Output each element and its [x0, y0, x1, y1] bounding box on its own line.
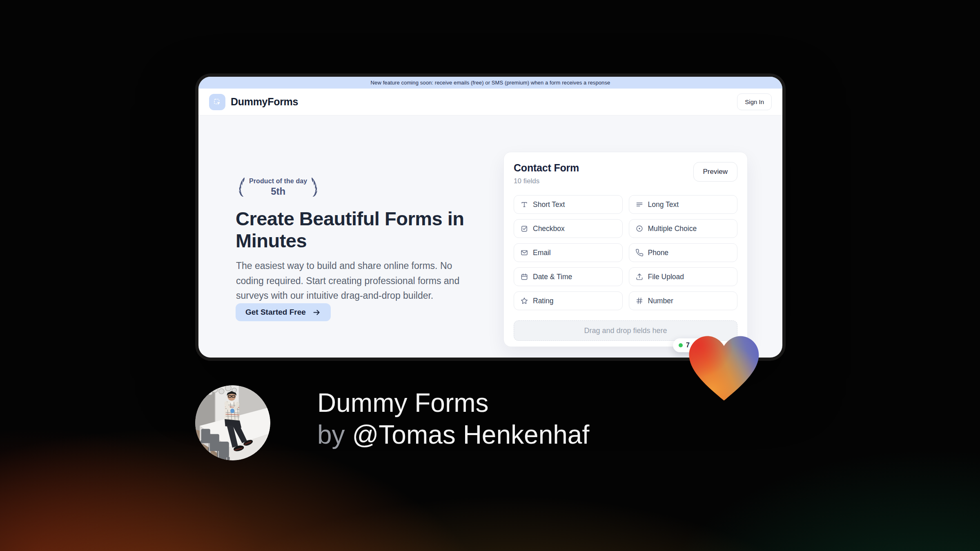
credit-byline-handle: @Tomas Henkenhaf [352, 420, 589, 449]
short-text-icon [520, 200, 528, 209]
field-grid: Short Text Long Text Checkbox Multiple C… [514, 195, 737, 310]
hero-description: The easiest way to build and share onlin… [236, 258, 472, 303]
field-button-multiple-choice[interactable]: Multiple Choice [629, 219, 738, 238]
form-field-count: 10 fields [514, 177, 579, 185]
upload-icon [635, 273, 644, 281]
field-button-file-upload[interactable]: File Upload [629, 267, 738, 286]
announcement-text: New feature coming soon: receive emails … [371, 80, 610, 86]
hash-icon [635, 297, 644, 305]
brand-link[interactable]: DummyForms [209, 94, 298, 110]
get-started-button[interactable]: Get Started Free [236, 303, 331, 321]
laurel-right-icon [310, 177, 322, 198]
checkbox-icon [520, 224, 528, 233]
field-button-phone[interactable]: Phone [629, 243, 738, 262]
top-nav: DummyForms Sign In [198, 89, 782, 116]
form-builder-card: Contact Form 10 fields Preview Short Tex… [503, 152, 748, 347]
email-icon [520, 249, 528, 257]
author-avatar [195, 385, 270, 460]
sign-in-button[interactable]: Sign In [737, 93, 772, 110]
laurel-left-icon [234, 177, 247, 198]
form-title: Contact Form [514, 162, 579, 174]
preview-button[interactable]: Preview [693, 162, 737, 182]
credit-byline-prefix: by [317, 420, 352, 449]
product-of-the-day-badge: Product of the day 5th [234, 177, 322, 198]
heart-icon [684, 331, 764, 404]
field-button-checkbox[interactable]: Checkbox [514, 219, 623, 238]
field-button-number[interactable]: Number [629, 291, 738, 310]
get-started-label: Get Started Free [245, 308, 306, 317]
brand-logo-icon [209, 94, 225, 110]
browser-window: New feature coming soon: receive emails … [198, 77, 782, 358]
drag-drop-label: Drag and drop fields here [584, 327, 667, 335]
phone-icon [635, 249, 644, 257]
field-button-long-text[interactable]: Long Text [629, 195, 738, 214]
field-button-rating[interactable]: Rating [514, 291, 623, 310]
field-button-date-time[interactable]: Date & Time [514, 267, 623, 286]
long-text-icon [635, 200, 644, 209]
hero-headline: Create Beautiful Forms in Minutes [236, 208, 472, 252]
announcement-banner: New feature coming soon: receive emails … [198, 77, 782, 89]
radio-icon [635, 224, 644, 233]
status-green-dot-icon [679, 343, 683, 347]
field-button-short-text[interactable]: Short Text [514, 195, 623, 214]
calendar-icon [520, 273, 528, 281]
badge-rank: 5th [249, 186, 307, 197]
star-icon [520, 297, 528, 305]
credit-title: Dummy Forms [317, 387, 589, 419]
arrow-right-icon [312, 308, 321, 317]
field-button-email[interactable]: Email [514, 243, 623, 262]
credit-text: Dummy Forms by @Tomas Henkenhaf [317, 387, 589, 451]
landing-body: Product of the day 5th Create Beautiful … [198, 116, 782, 358]
brand-name: DummyForms [231, 96, 298, 108]
badge-title: Product of the day [249, 178, 307, 185]
